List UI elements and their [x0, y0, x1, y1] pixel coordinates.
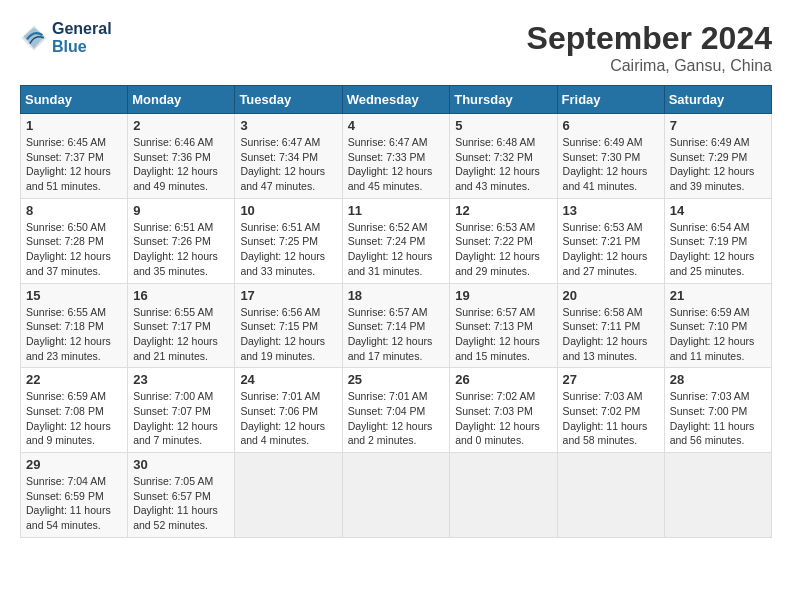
calendar-day-cell: 23Sunrise: 7:00 AMSunset: 7:07 PMDayligh…	[128, 368, 235, 453]
logo-icon	[20, 24, 48, 52]
day-info: Sunrise: 7:03 AMSunset: 7:00 PMDaylight:…	[670, 389, 766, 448]
calendar-table: SundayMondayTuesdayWednesdayThursdayFrid…	[20, 85, 772, 538]
calendar-day-cell: 17Sunrise: 6:56 AMSunset: 7:15 PMDayligh…	[235, 283, 342, 368]
logo-text: General Blue	[52, 20, 112, 55]
calendar-day-cell: 11Sunrise: 6:52 AMSunset: 7:24 PMDayligh…	[342, 198, 450, 283]
day-number: 3	[240, 118, 336, 133]
day-info: Sunrise: 6:55 AMSunset: 7:18 PMDaylight:…	[26, 305, 122, 364]
day-number: 17	[240, 288, 336, 303]
calendar-day-cell: 20Sunrise: 6:58 AMSunset: 7:11 PMDayligh…	[557, 283, 664, 368]
calendar-day-cell: 25Sunrise: 7:01 AMSunset: 7:04 PMDayligh…	[342, 368, 450, 453]
calendar-body: 1Sunrise: 6:45 AMSunset: 7:37 PMDaylight…	[21, 114, 772, 538]
day-number: 19	[455, 288, 551, 303]
day-info: Sunrise: 6:56 AMSunset: 7:15 PMDaylight:…	[240, 305, 336, 364]
calendar-day-cell	[235, 453, 342, 538]
calendar-day-cell: 21Sunrise: 6:59 AMSunset: 7:10 PMDayligh…	[664, 283, 771, 368]
day-info: Sunrise: 6:55 AMSunset: 7:17 PMDaylight:…	[133, 305, 229, 364]
day-number: 24	[240, 372, 336, 387]
day-info: Sunrise: 7:01 AMSunset: 7:04 PMDaylight:…	[348, 389, 445, 448]
weekday-header-cell: Sunday	[21, 86, 128, 114]
weekday-header-cell: Saturday	[664, 86, 771, 114]
day-number: 28	[670, 372, 766, 387]
day-number: 11	[348, 203, 445, 218]
weekday-header-cell: Friday	[557, 86, 664, 114]
calendar-day-cell: 16Sunrise: 6:55 AMSunset: 7:17 PMDayligh…	[128, 283, 235, 368]
day-number: 20	[563, 288, 659, 303]
calendar-day-cell	[557, 453, 664, 538]
calendar-day-cell: 18Sunrise: 6:57 AMSunset: 7:14 PMDayligh…	[342, 283, 450, 368]
weekday-header-cell: Tuesday	[235, 86, 342, 114]
logo: General Blue	[20, 20, 112, 55]
calendar-day-cell: 12Sunrise: 6:53 AMSunset: 7:22 PMDayligh…	[450, 198, 557, 283]
calendar-day-cell: 8Sunrise: 6:50 AMSunset: 7:28 PMDaylight…	[21, 198, 128, 283]
calendar-day-cell: 9Sunrise: 6:51 AMSunset: 7:26 PMDaylight…	[128, 198, 235, 283]
day-info: Sunrise: 6:52 AMSunset: 7:24 PMDaylight:…	[348, 220, 445, 279]
day-info: Sunrise: 6:49 AMSunset: 7:30 PMDaylight:…	[563, 135, 659, 194]
calendar-day-cell: 26Sunrise: 7:02 AMSunset: 7:03 PMDayligh…	[450, 368, 557, 453]
day-info: Sunrise: 7:01 AMSunset: 7:06 PMDaylight:…	[240, 389, 336, 448]
day-number: 15	[26, 288, 122, 303]
day-info: Sunrise: 6:50 AMSunset: 7:28 PMDaylight:…	[26, 220, 122, 279]
calendar-day-cell: 5Sunrise: 6:48 AMSunset: 7:32 PMDaylight…	[450, 114, 557, 199]
day-number: 26	[455, 372, 551, 387]
day-number: 12	[455, 203, 551, 218]
calendar-day-cell: 30Sunrise: 7:05 AMSunset: 6:57 PMDayligh…	[128, 453, 235, 538]
calendar-day-cell: 28Sunrise: 7:03 AMSunset: 7:00 PMDayligh…	[664, 368, 771, 453]
calendar-day-cell: 13Sunrise: 6:53 AMSunset: 7:21 PMDayligh…	[557, 198, 664, 283]
calendar-day-cell: 29Sunrise: 7:04 AMSunset: 6:59 PMDayligh…	[21, 453, 128, 538]
day-info: Sunrise: 7:03 AMSunset: 7:02 PMDaylight:…	[563, 389, 659, 448]
calendar-week-row: 22Sunrise: 6:59 AMSunset: 7:08 PMDayligh…	[21, 368, 772, 453]
day-number: 9	[133, 203, 229, 218]
day-number: 2	[133, 118, 229, 133]
day-number: 14	[670, 203, 766, 218]
calendar-day-cell: 19Sunrise: 6:57 AMSunset: 7:13 PMDayligh…	[450, 283, 557, 368]
day-info: Sunrise: 7:02 AMSunset: 7:03 PMDaylight:…	[455, 389, 551, 448]
calendar-day-cell: 1Sunrise: 6:45 AMSunset: 7:37 PMDaylight…	[21, 114, 128, 199]
day-number: 29	[26, 457, 122, 472]
day-info: Sunrise: 6:47 AMSunset: 7:33 PMDaylight:…	[348, 135, 445, 194]
calendar-week-row: 1Sunrise: 6:45 AMSunset: 7:37 PMDaylight…	[21, 114, 772, 199]
day-info: Sunrise: 6:47 AMSunset: 7:34 PMDaylight:…	[240, 135, 336, 194]
calendar-week-row: 29Sunrise: 7:04 AMSunset: 6:59 PMDayligh…	[21, 453, 772, 538]
calendar-day-cell: 7Sunrise: 6:49 AMSunset: 7:29 PMDaylight…	[664, 114, 771, 199]
location-title: Cairima, Gansu, China	[527, 57, 772, 75]
calendar-day-cell: 4Sunrise: 6:47 AMSunset: 7:33 PMDaylight…	[342, 114, 450, 199]
day-info: Sunrise: 6:59 AMSunset: 7:10 PMDaylight:…	[670, 305, 766, 364]
day-info: Sunrise: 6:53 AMSunset: 7:21 PMDaylight:…	[563, 220, 659, 279]
day-number: 21	[670, 288, 766, 303]
day-number: 4	[348, 118, 445, 133]
weekday-header-cell: Monday	[128, 86, 235, 114]
calendar-day-cell: 3Sunrise: 6:47 AMSunset: 7:34 PMDaylight…	[235, 114, 342, 199]
weekday-header-row: SundayMondayTuesdayWednesdayThursdayFrid…	[21, 86, 772, 114]
day-info: Sunrise: 6:46 AMSunset: 7:36 PMDaylight:…	[133, 135, 229, 194]
day-number: 16	[133, 288, 229, 303]
day-info: Sunrise: 6:51 AMSunset: 7:25 PMDaylight:…	[240, 220, 336, 279]
day-info: Sunrise: 6:58 AMSunset: 7:11 PMDaylight:…	[563, 305, 659, 364]
day-number: 6	[563, 118, 659, 133]
calendar-day-cell	[664, 453, 771, 538]
month-title: September 2024	[527, 20, 772, 57]
calendar-day-cell	[450, 453, 557, 538]
day-info: Sunrise: 6:57 AMSunset: 7:14 PMDaylight:…	[348, 305, 445, 364]
page-header: General Blue September 2024 Cairima, Gan…	[20, 20, 772, 75]
day-info: Sunrise: 6:51 AMSunset: 7:26 PMDaylight:…	[133, 220, 229, 279]
calendar-week-row: 15Sunrise: 6:55 AMSunset: 7:18 PMDayligh…	[21, 283, 772, 368]
calendar-day-cell: 6Sunrise: 6:49 AMSunset: 7:30 PMDaylight…	[557, 114, 664, 199]
calendar-day-cell: 15Sunrise: 6:55 AMSunset: 7:18 PMDayligh…	[21, 283, 128, 368]
day-number: 10	[240, 203, 336, 218]
day-number: 13	[563, 203, 659, 218]
calendar-day-cell: 24Sunrise: 7:01 AMSunset: 7:06 PMDayligh…	[235, 368, 342, 453]
day-info: Sunrise: 6:45 AMSunset: 7:37 PMDaylight:…	[26, 135, 122, 194]
day-info: Sunrise: 6:59 AMSunset: 7:08 PMDaylight:…	[26, 389, 122, 448]
calendar-day-cell	[342, 453, 450, 538]
day-info: Sunrise: 6:49 AMSunset: 7:29 PMDaylight:…	[670, 135, 766, 194]
day-info: Sunrise: 6:54 AMSunset: 7:19 PMDaylight:…	[670, 220, 766, 279]
day-number: 23	[133, 372, 229, 387]
day-number: 8	[26, 203, 122, 218]
day-number: 1	[26, 118, 122, 133]
day-info: Sunrise: 7:00 AMSunset: 7:07 PMDaylight:…	[133, 389, 229, 448]
title-block: September 2024 Cairima, Gansu, China	[527, 20, 772, 75]
day-info: Sunrise: 6:48 AMSunset: 7:32 PMDaylight:…	[455, 135, 551, 194]
calendar-day-cell: 2Sunrise: 6:46 AMSunset: 7:36 PMDaylight…	[128, 114, 235, 199]
calendar-week-row: 8Sunrise: 6:50 AMSunset: 7:28 PMDaylight…	[21, 198, 772, 283]
